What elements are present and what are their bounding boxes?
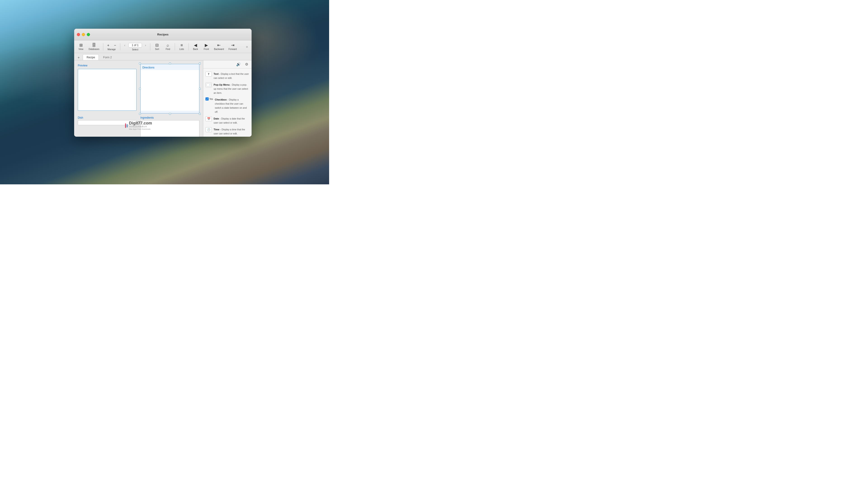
field-item-text[interactable]: T Text - Display a text that the user ca… [203,70,252,81]
settings-icon: ⚙ [245,62,248,66]
watermark-bar-1 [125,123,126,128]
back-icon: ◀ [194,43,197,47]
directions-content [141,70,199,111]
text-field-icon: T [206,72,212,76]
panel-sound-button[interactable]: 🔊 [235,61,242,68]
traffic-lights [77,33,90,36]
find-button[interactable]: ⌕ Find [163,42,173,51]
find-icon: ⌕ [166,43,169,47]
view-icon: ⊞ [79,43,83,47]
minimize-button[interactable] [82,33,85,36]
backward-icon: ⇤ [217,43,221,47]
lists-button[interactable]: ≡ Lists [177,42,187,51]
preview-box [78,69,136,111]
add-record-button[interactable]: + [105,43,112,48]
sort-button[interactable]: ⊟ Sort [152,42,162,51]
field-item-date[interactable]: 📅 Date - Display a date that the user ca… [203,115,252,126]
text-field-name: Text - [214,72,221,75]
find-label: Find [166,48,170,51]
record-counter[interactable]: 1 of 1 [128,43,142,47]
watermark-text-container: Digit77.com Mac精品应用免费分享 Mac Apps Free Do… [129,121,152,130]
more-button[interactable]: » [244,44,250,50]
sound-icon: 🔊 [236,62,241,66]
front-icon: ▶ [205,43,208,47]
view-button[interactable]: ⊞ View [76,42,86,51]
toolbar-sep-5 [188,43,189,51]
forward-label: Forward [228,48,237,51]
time-field-text: Time - Display a time that the user can … [214,127,249,135]
time-field-name: Time - [214,128,221,131]
next-record-button[interactable]: › [143,42,148,48]
view-label: View [79,48,84,51]
tab-recipe-label: Recipe [87,56,95,59]
time-field-icon: 🕐 [206,127,212,132]
manage-label: Manage [107,48,116,51]
popup-field-name: Pop-Up Menu - [214,84,232,86]
handle-top-right [199,63,201,64]
directions-label: Directions [141,64,199,70]
date-field-name: Date - [214,117,221,120]
handle-top-center [169,63,171,64]
popup-field-text: Pop-Up Menu - Display a pop-up menu that… [214,83,249,95]
databases-label: Databases [89,48,99,51]
handle-bottom-left [139,113,141,115]
add-icon: + [107,43,109,47]
add-tab-button[interactable]: + [76,55,81,60]
close-button[interactable] [77,33,80,36]
sort-icon: ⊟ [155,43,159,47]
tab-form2[interactable]: Form 2 [99,54,116,60]
front-label: Front [204,48,209,51]
ingredients-label: Ingredients [141,116,199,119]
main-content: Preview Directions [74,60,252,137]
field-item-popup[interactable]: ✓ Pop-Up Menu - Display a pop-up menu th… [203,81,252,96]
backward-label: Backward [214,48,224,51]
title-bar: Recipes [74,29,252,40]
prev-record-button[interactable]: ‹ [122,42,127,48]
field-item-checkbox[interactable]: ✓ Yes Checkbox - Display a checkbox that… [203,96,252,115]
backward-button[interactable]: ⇤ Backward [212,42,226,51]
handle-bottom-center [169,113,171,115]
watermark: Digit77.com Mac精品应用免费分享 Mac Apps Free Do… [125,121,152,130]
form-editor: Preview Directions [74,60,203,137]
back-button[interactable]: ◀ Back [191,42,200,51]
window-title: Recipes [157,33,168,36]
handle-bottom-right [199,113,201,115]
date-field-text: Date - Display a date that the user can … [214,116,249,125]
preview-label: Preview [78,64,137,67]
checkbox-checked-icon: ✓ [206,97,209,101]
watermark-bar-2 [127,124,127,127]
popup-field-icon: ✓ [206,83,212,88]
tab-recipe[interactable]: Recipe [83,54,99,60]
watermark-sub2: Mac Apps Free Downloads [129,128,152,130]
maximize-button[interactable] [87,33,90,36]
back-label: Back [193,48,198,51]
handle-top-left [139,63,141,64]
panel-settings-button[interactable]: ⚙ [243,61,250,68]
app-window: Recipes ⊞ View 🗄 Databases + − Manage [74,29,252,137]
tab-form2-label: Form 2 [103,56,112,59]
forward-button[interactable]: ⇥ Forward [227,42,239,51]
lists-label: Lists [180,48,184,51]
checkbox-icon-group: ✓ Yes [206,97,213,101]
databases-button[interactable]: 🗄 Databases [87,42,101,51]
handle-mid-left [139,88,141,90]
checkbox-yes-label: Yes [209,98,213,100]
right-panel: 🔊 ⚙ T Text - Display a text that the use… [203,60,252,137]
watermark-domain: Digit77.com [129,121,152,126]
date-field-icon: 📅 [206,116,212,121]
field-item-text-content: Text - Display a text that the user can … [214,72,249,80]
toolbar-sep-2 [120,43,120,51]
directions-field: Directions [141,64,199,113]
select-label: Select [132,48,138,51]
sort-label: Sort [155,48,159,51]
databases-icon: 🗄 [92,43,96,47]
forward-icon: ⇥ [231,43,235,47]
handle-mid-right [199,88,201,90]
remove-icon: − [114,43,116,47]
remove-record-button[interactable]: − [112,43,118,48]
checkbox-field-text: Checkbox - Display a checkbox that the u… [215,97,249,113]
checkbox-field-name: Checkbox - [215,98,229,101]
front-button[interactable]: ▶ Front [202,42,211,51]
field-item-time[interactable]: 🕐 Time - Display a time that the user ca… [203,126,252,137]
preview-section: Preview [78,64,137,113]
